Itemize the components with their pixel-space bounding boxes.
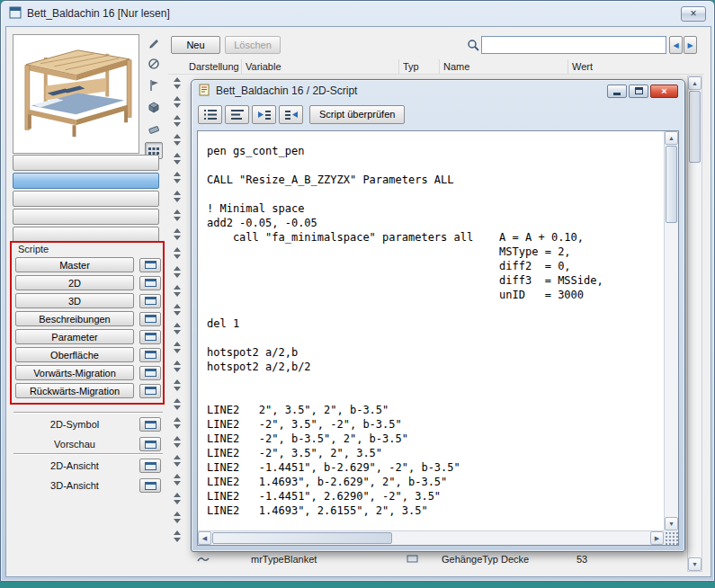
row-drag-handle[interactable] xyxy=(169,113,185,129)
script-button[interactable]: Rückwärts-Migration xyxy=(15,383,134,398)
parameter-type-icon xyxy=(197,554,210,566)
parameter-variable[interactable]: mrTypeBlanket xyxy=(251,554,317,565)
scroll-up-button[interactable]: ▲ xyxy=(665,131,678,145)
script-content-area[interactable]: pen gs_cont_pen CALL "Resize_A_B_ZZYZX" … xyxy=(197,130,679,546)
pencil-icon[interactable] xyxy=(146,34,162,49)
new-button[interactable]: Neu xyxy=(171,36,220,54)
open-view-window-button[interactable] xyxy=(139,417,161,432)
row-drag-handle[interactable] xyxy=(169,189,185,204)
row-drag-handle[interactable] xyxy=(169,245,185,261)
open-script-window-button[interactable] xyxy=(139,348,161,362)
row-drag-handle[interactable] xyxy=(169,264,185,280)
row-drag-handle[interactable] xyxy=(169,529,185,544)
open-script-window-button[interactable] xyxy=(139,312,161,326)
script-text[interactable]: pen gs_cont_pen CALL "Resize_A_B_ZZYZX" … xyxy=(198,131,664,530)
open-view-window-button[interactable] xyxy=(139,459,161,473)
indent-icon xyxy=(257,109,272,120)
sidebar-tab[interactable] xyxy=(13,155,159,171)
scroll-left-button[interactable]: ◀ xyxy=(198,531,211,545)
parameter-scrollbar[interactable]: ▲ ▼ xyxy=(687,76,702,572)
check-script-button[interactable]: Script überprüfen xyxy=(309,105,405,124)
column-header-typ: Typ xyxy=(403,61,419,72)
sidebar-tab[interactable] xyxy=(13,227,159,243)
horizontal-scrollbar[interactable]: ◀ ▶ xyxy=(198,530,664,545)
search-input[interactable] xyxy=(481,36,666,54)
eraser-icon[interactable] xyxy=(146,120,162,136)
parameter-name[interactable]: GehängeTyp Decke xyxy=(442,554,529,565)
scrollbar-thumb[interactable] xyxy=(666,146,677,223)
script-button[interactable]: Oberfläche xyxy=(15,347,134,362)
row-drag-handle[interactable] xyxy=(169,359,185,374)
row-drag-handle[interactable] xyxy=(169,283,185,298)
script-button[interactable]: 2D xyxy=(15,275,134,290)
row-drag-handle[interactable] xyxy=(169,378,185,393)
open-script-window-button[interactable] xyxy=(139,258,161,272)
close-button[interactable]: × xyxy=(681,6,706,22)
row-drag-handle[interactable] xyxy=(169,76,185,91)
sidebar-tab[interactable] xyxy=(13,173,159,189)
row-drag-handle[interactable] xyxy=(169,396,185,412)
cube-icon[interactable] xyxy=(146,99,162,114)
move-down-icon xyxy=(174,236,181,240)
maximize-button[interactable] xyxy=(629,85,648,98)
row-drag-handle[interactable] xyxy=(169,510,185,525)
object-preview[interactable] xyxy=(13,34,139,154)
sidebar-tab[interactable] xyxy=(13,191,159,207)
open-script-window-button[interactable] xyxy=(139,294,161,308)
sidebar-tab[interactable] xyxy=(13,209,159,225)
open-view-window-button[interactable] xyxy=(139,437,161,451)
vertical-scrollbar[interactable]: ▲ ▼ xyxy=(664,131,678,530)
close-script-window-button[interactable]: × xyxy=(650,85,678,98)
scroll-down-button[interactable]: ▼ xyxy=(665,517,678,530)
move-down-icon xyxy=(174,368,181,372)
open-script-window-button[interactable] xyxy=(139,276,161,290)
script-row: Beschreibungen xyxy=(15,311,161,326)
row-drag-handle[interactable] xyxy=(169,340,185,355)
row-drag-handle[interactable] xyxy=(169,170,185,185)
row-drag-handle[interactable] xyxy=(169,302,185,317)
script-button[interactable]: Vorwärts-Migration xyxy=(15,365,134,380)
row-drag-handle[interactable] xyxy=(169,453,185,468)
row-drag-handle[interactable] xyxy=(169,472,185,487)
scrollbar-thumb[interactable] xyxy=(212,532,392,544)
search-prev-button[interactable]: ◀ xyxy=(669,36,683,54)
app-icon xyxy=(9,6,22,21)
flag-icon[interactable] xyxy=(146,77,162,93)
open-view-window-button[interactable] xyxy=(139,478,161,493)
row-drag-handle[interactable] xyxy=(169,132,185,147)
resize-grip[interactable] xyxy=(664,530,678,545)
open-script-window-button[interactable] xyxy=(139,384,161,398)
move-up-icon xyxy=(174,96,181,101)
row-drag-handle[interactable] xyxy=(169,491,185,506)
slashed-circle-icon[interactable] xyxy=(146,56,162,71)
main-titlebar[interactable]: Bett_Baldachin 16 [Nur lesen] × xyxy=(1,1,714,26)
row-drag-handle[interactable] xyxy=(169,434,185,450)
scrollbar-thumb[interactable] xyxy=(689,91,701,163)
script-button[interactable]: Beschreibungen xyxy=(15,311,134,326)
move-down-icon xyxy=(174,217,181,221)
search-next-button[interactable]: ▶ xyxy=(684,36,697,54)
row-drag-handle[interactable] xyxy=(169,94,185,110)
row-drag-handle[interactable] xyxy=(169,321,185,336)
row-drag-handle[interactable] xyxy=(169,227,185,242)
scroll-right-button[interactable]: ▶ xyxy=(650,531,664,545)
script-window-titlebar[interactable]: Bett_Baldachin 16 / 2D-Script × xyxy=(192,80,684,102)
parameter-value[interactable]: 53 xyxy=(576,554,587,565)
open-script-window-button[interactable] xyxy=(139,366,161,380)
line-numbers-button[interactable] xyxy=(198,105,222,124)
script-button[interactable]: 3D xyxy=(15,293,134,308)
view-row-label: 2D-Symbol xyxy=(15,419,134,430)
open-script-window-button[interactable] xyxy=(139,330,161,344)
minimize-button[interactable] xyxy=(607,85,627,98)
outdent-button[interactable] xyxy=(279,105,303,124)
row-drag-handle[interactable] xyxy=(169,208,185,223)
scroll-up-button[interactable]: ▲ xyxy=(688,76,702,90)
row-drag-handle[interactable] xyxy=(169,415,185,431)
scroll-down-button[interactable]: ▼ xyxy=(688,557,702,571)
list-lines-button[interactable] xyxy=(225,105,249,124)
script-button[interactable]: Master xyxy=(15,257,134,272)
script-button[interactable]: Parameter xyxy=(15,329,134,344)
move-up-icon xyxy=(174,493,181,497)
row-drag-handle[interactable] xyxy=(169,151,185,166)
indent-button[interactable] xyxy=(252,105,276,124)
